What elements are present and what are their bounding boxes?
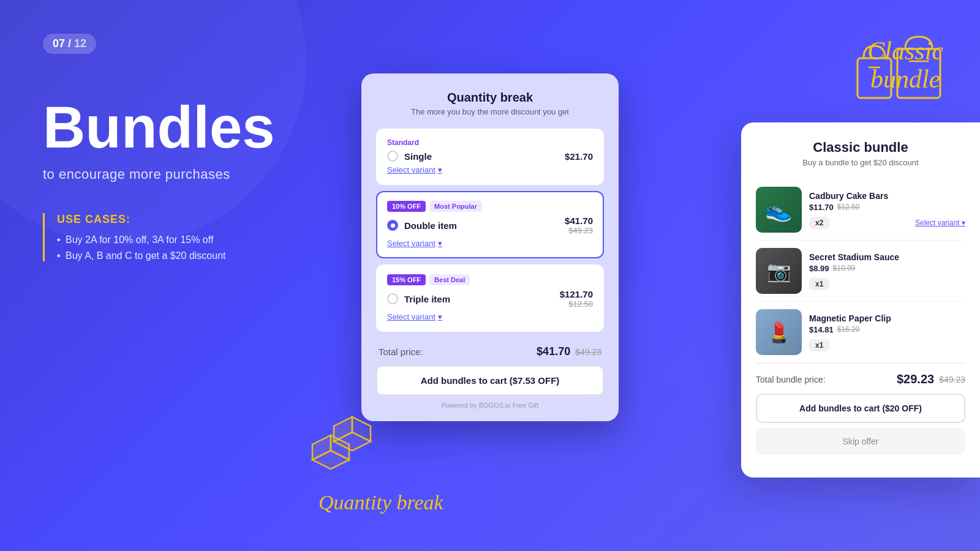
cadbury-price-new: $11.70: [809, 203, 834, 212]
sauce-info: Secret Stadium Sauce $8.99 $10.99 x1: [809, 252, 965, 290]
use-case-item-1: Buy 2A for 10% off, 3A for 15% off: [57, 234, 349, 246]
option-triple-original: $12.50: [560, 299, 593, 309]
cadbury-name: Cadbury Cake Bars: [809, 191, 965, 201]
bundle-total-price-new: $29.23: [897, 372, 934, 386]
use-cases-list: Buy 2A for 10% off, 3A for 15% off Buy A…: [57, 234, 349, 261]
bundle-total-label: Total bundle price:: [756, 375, 826, 384]
quantity-total-row: Total price: $41.70 $49.23: [376, 338, 604, 365]
page-current: 07: [53, 37, 65, 50]
classic-widget-subtitle: Buy a bundle to get $20 discount: [756, 158, 965, 167]
powered-by-text: Powered by BOGOS.io Free Gift: [376, 402, 604, 409]
cubes-decoration: [300, 411, 380, 496]
standard-label: Standard: [387, 138, 593, 147]
page-separator: /: [68, 37, 74, 50]
clip-qty: x1: [809, 339, 829, 351]
bundle-item-cadbury: Cadbury Cake Bars $11.70 $12.50 x2 Selec…: [756, 179, 965, 241]
clip-prices: $14.81 $16.20: [809, 325, 965, 334]
option-single-price: $21.70: [565, 151, 593, 162]
clip-info: Magnetic Paper Clip $14.81 $16.20 x1: [809, 313, 965, 351]
option-triple[interactable]: 15% OFF Best Deal Triple item $121.70 $1…: [376, 264, 604, 332]
svg-rect-2: [897, 49, 940, 98]
option-single[interactable]: Standard Single $21.70 Select variant ▾: [376, 129, 604, 185]
shopping-bags-icon: [851, 34, 949, 107]
radio-double[interactable]: [387, 220, 398, 231]
sauce-price-new: $8.99: [809, 264, 829, 273]
select-variant-single[interactable]: Select variant ▾: [387, 165, 442, 174]
sauce-prices: $8.99 $10.99: [809, 264, 965, 273]
main-subtitle: to encourage more purchases: [43, 167, 349, 182]
double-discount-badge: 10% OFF: [387, 201, 426, 212]
option-triple-name: Triple item: [404, 294, 450, 304]
main-title: Bundles: [43, 98, 349, 157]
bundle-item-sauce: Secret Stadium Sauce $8.99 $10.99 x1: [756, 241, 965, 302]
page-badge: 07 / 12: [43, 34, 96, 54]
sauce-qty: x1: [809, 278, 829, 290]
sauce-price-old: $10.99: [833, 264, 856, 272]
bundle-item-clip: Magnetic Paper Clip $14.81 $16.20 x1: [756, 302, 965, 363]
clip-image: [756, 309, 802, 355]
classic-bundle-widget: Classic bundle Buy a bundle to get $20 d…: [741, 122, 980, 478]
sauce-name: Secret Stadium Sauce: [809, 252, 965, 262]
option-double-name: Double item: [404, 220, 457, 231]
select-variant-double[interactable]: Select variant ▾: [387, 239, 442, 248]
bundle-total-price-old: $49.23: [939, 375, 965, 384]
classic-skip-offer-button[interactable]: Skip offer: [756, 428, 965, 455]
triple-price-block: $121.70 $12.50: [560, 289, 593, 309]
double-price-block: $41.70 $49.23: [565, 216, 593, 235]
cadbury-select-variant[interactable]: Select variant ▾: [915, 219, 965, 227]
option-double-original: $49.23: [565, 226, 593, 235]
cadbury-info: Cadbury Cake Bars $11.70 $12.50 x2 Selec…: [809, 191, 965, 229]
cadbury-image: [756, 187, 802, 233]
bundle-total-prices: $29.23 $49.23: [897, 372, 965, 386]
cadbury-price-old: $12.50: [837, 203, 860, 211]
svg-rect-0: [858, 58, 891, 98]
option-double-price: $41.70: [565, 216, 593, 226]
sauce-image: [756, 248, 802, 294]
option-single-name: Single: [404, 151, 432, 162]
radio-single[interactable]: [387, 151, 398, 162]
quantity-widget-subtitle: The more you buy the more discount you g…: [376, 107, 604, 116]
clip-name: Magnetic Paper Clip: [809, 313, 965, 323]
left-section: Bundles to encourage more purchases USE …: [43, 98, 349, 266]
quantity-total-prices: $41.70 $49.23: [537, 345, 601, 358]
option-triple-price: $121.70: [560, 289, 593, 299]
double-popular-badge: Most Popular: [429, 201, 482, 212]
quantity-break-widget: Quantity break The more you buy the more…: [361, 73, 619, 421]
use-cases-section: USE CASES: Buy 2A for 10% off, 3A for 15…: [43, 213, 349, 261]
cadbury-qty: x2: [809, 217, 829, 229]
classic-add-to-cart-button[interactable]: Add bundles to cart ($20 OFF): [756, 394, 965, 423]
radio-triple[interactable]: [387, 293, 398, 304]
classic-widget-title: Classic bundle: [756, 140, 965, 156]
bundle-total-row: Total bundle price: $29.23 $49.23: [756, 363, 965, 394]
select-variant-triple[interactable]: Select variant ▾: [387, 312, 442, 321]
quantity-widget-title: Quantity break: [376, 91, 604, 105]
quantity-add-to-cart-button[interactable]: Add bundles to cart ($7.53 OFF): [376, 365, 604, 395]
quantity-total-price-new: $41.70: [537, 345, 570, 358]
page-total: 12: [74, 37, 86, 50]
quantity-break-decorative-text: Quantity break: [318, 491, 443, 514]
double-badge-row: 10% OFF Most Popular: [387, 201, 593, 212]
triple-deal-badge: Best Deal: [429, 274, 470, 285]
triple-badge-row: 15% OFF Best Deal: [387, 274, 593, 285]
option-double[interactable]: 10% OFF Most Popular Double item $41.70 …: [376, 191, 604, 258]
triple-discount-badge: 15% OFF: [387, 274, 426, 285]
use-cases-title: USE CASES:: [57, 213, 349, 226]
use-case-item-2: Buy A, B and C to get a $20 discount: [57, 250, 349, 261]
quantity-total-price-old: $49.23: [575, 347, 601, 357]
clip-price-old: $16.20: [837, 325, 860, 334]
clip-price-new: $14.81: [809, 325, 834, 334]
cadbury-prices: $11.70 $12.50: [809, 203, 965, 212]
quantity-total-label: Total price:: [379, 347, 423, 357]
